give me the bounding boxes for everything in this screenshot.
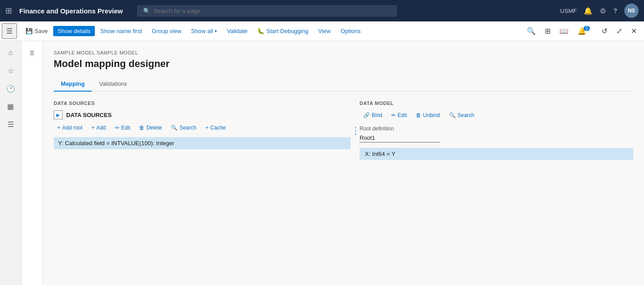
expand-tree-button[interactable]: ▶ xyxy=(54,110,63,119)
tab-validations[interactable]: Validations xyxy=(92,77,134,92)
filter-icon[interactable]: ⧖ xyxy=(24,45,40,61)
page-title: Model mapping designer xyxy=(54,58,633,70)
tab-mapping[interactable]: Mapping xyxy=(54,77,92,92)
top-bar-right: USMF 🔔 ⚙ ? NS xyxy=(560,4,639,18)
tabs: Mapping Validations xyxy=(54,77,633,92)
root-definition-input[interactable] xyxy=(360,134,440,142)
add-root-button[interactable]: + Add root xyxy=(54,123,86,133)
sidebar-workspaces[interactable]: ▦ xyxy=(3,98,19,114)
command-bar: ☰ 💾 Save Show details Show name first Gr… xyxy=(0,21,644,41)
tree-item-y[interactable]: Y: Calculated field = INTVALUE(100): Int… xyxy=(54,137,351,149)
left-sidebar: ⌂ ☆ 🕐 ▦ ☰ xyxy=(0,41,21,285)
data-sources-header: ▶ DATA SOURCES xyxy=(54,110,351,119)
search-ds-icon: 🔍 xyxy=(171,125,178,131)
search-input[interactable] xyxy=(154,8,391,14)
add-icon: + xyxy=(91,125,94,131)
bind-icon: 🔗 xyxy=(363,112,370,118)
validate-button[interactable]: Validate xyxy=(222,26,252,36)
options-button[interactable]: Options xyxy=(336,26,365,36)
hamburger-button[interactable]: ☰ xyxy=(2,23,17,39)
user-name: USMF xyxy=(560,8,577,14)
add-root-icon: + xyxy=(57,125,60,131)
data-sources-toolbar: + Add root + Add ✏ Edit 🗑 Delete xyxy=(54,123,351,133)
data-sources-panel: DATA SOURCES ▶ DATA SOURCES + Add root +… xyxy=(54,101,354,160)
unbind-button[interactable]: 🗑 Unbind xyxy=(412,110,444,120)
data-sources-label: DATA SOURCES xyxy=(54,101,351,106)
top-bar: ⊞ Finance and Operations Preview 🔍 USMF … xyxy=(0,0,644,21)
root-definition: Root definition xyxy=(360,126,633,142)
delete-button[interactable]: 🗑 Delete xyxy=(136,123,165,133)
show-details-button[interactable]: Show details xyxy=(53,26,95,36)
search-ds-button[interactable]: 🔍 Search xyxy=(167,123,200,133)
bell-icon[interactable]: 🔔 xyxy=(584,7,593,15)
data-sources-title: DATA SOURCES xyxy=(66,112,112,118)
edit-button[interactable]: ✏ Edit xyxy=(111,123,134,133)
show-name-first-button[interactable]: Show name first xyxy=(96,26,146,36)
cmd-search-button[interactable]: 🔍 xyxy=(523,25,539,37)
avatar[interactable]: NS xyxy=(624,4,639,18)
help-icon[interactable]: ? xyxy=(613,7,617,14)
cmd-refresh-button[interactable]: ↺ xyxy=(598,25,611,37)
grid-icon[interactable]: ⊞ xyxy=(5,6,12,16)
save-icon: 💾 xyxy=(25,28,33,34)
group-view-button[interactable]: Group view xyxy=(148,26,186,36)
breadcrumb: SAMPLE MODEL SAMPLE MODEL xyxy=(54,50,633,55)
sidebar-list[interactable]: ☰ xyxy=(3,116,19,132)
search-icon: 🔍 xyxy=(143,8,150,14)
sidebar-recent[interactable]: 🕐 xyxy=(3,80,19,96)
cmd-puzzle-button[interactable]: ⊞ xyxy=(541,25,554,37)
dm-search-button[interactable]: 🔍 Search xyxy=(445,110,478,120)
dm-edit-button[interactable]: ✏ Edit xyxy=(388,110,411,120)
filter-sidebar: ⧖ xyxy=(21,41,43,285)
dm-tree-item-x[interactable]: X: Int64 = Y xyxy=(360,148,633,160)
cache-icon: + xyxy=(205,125,208,131)
add-button[interactable]: + Add xyxy=(88,123,109,133)
global-search[interactable]: 🔍 xyxy=(137,5,397,17)
cmd-close-button[interactable]: ✕ xyxy=(627,25,640,37)
dm-edit-icon: ✏ xyxy=(391,112,396,118)
save-button[interactable]: 💾 Save xyxy=(21,26,52,36)
unbind-icon: 🗑 xyxy=(416,112,421,118)
content-area: SAMPLE MODEL SAMPLE MODEL Model mapping … xyxy=(43,41,644,285)
show-all-dropdown-icon: ▾ xyxy=(215,29,217,34)
cache-button[interactable]: + Cache xyxy=(202,123,229,133)
cmd-right-icons: 🔍 ⊞ 📖 🔔0 ↺ ⤢ ✕ xyxy=(523,25,640,37)
edit-icon: ✏ xyxy=(115,125,119,131)
separator-1 xyxy=(19,26,19,37)
app-title: Finance and Operations Preview xyxy=(19,7,123,15)
start-debugging-button[interactable]: 🐛 Start Debugging xyxy=(253,26,313,36)
main-layout: ⌂ ☆ 🕐 ▦ ☰ ⧖ SAMPLE MODEL SAMPLE MODEL Mo… xyxy=(0,41,644,285)
data-model-label: DATA MODEL xyxy=(360,101,633,106)
delete-icon: 🗑 xyxy=(139,125,144,131)
dm-search-icon: 🔍 xyxy=(449,112,456,118)
panels-container: DATA SOURCES ▶ DATA SOURCES + Add root +… xyxy=(54,101,633,160)
cmd-expand-button[interactable]: ⤢ xyxy=(613,25,626,37)
sidebar-home[interactable]: ⌂ xyxy=(3,45,19,61)
data-model-toolbar: 🔗 Bind ✏ Edit 🗑 Unbind 🔍 Search xyxy=(360,110,633,120)
view-button[interactable]: View xyxy=(314,26,335,36)
root-definition-label: Root definition xyxy=(360,126,633,132)
show-all-button[interactable]: Show all ▾ xyxy=(186,26,221,36)
sidebar-favorites[interactable]: ☆ xyxy=(3,63,19,79)
cmd-notification-button[interactable]: 🔔0 xyxy=(574,25,596,37)
data-model-panel: DATA MODEL 🔗 Bind ✏ Edit 🗑 Unbind xyxy=(356,101,633,160)
cmd-book-button[interactable]: 📖 xyxy=(556,25,572,37)
bind-button[interactable]: 🔗 Bind xyxy=(360,110,386,120)
gear-icon[interactable]: ⚙ xyxy=(600,7,606,15)
notification-badge: 0 xyxy=(584,26,590,31)
